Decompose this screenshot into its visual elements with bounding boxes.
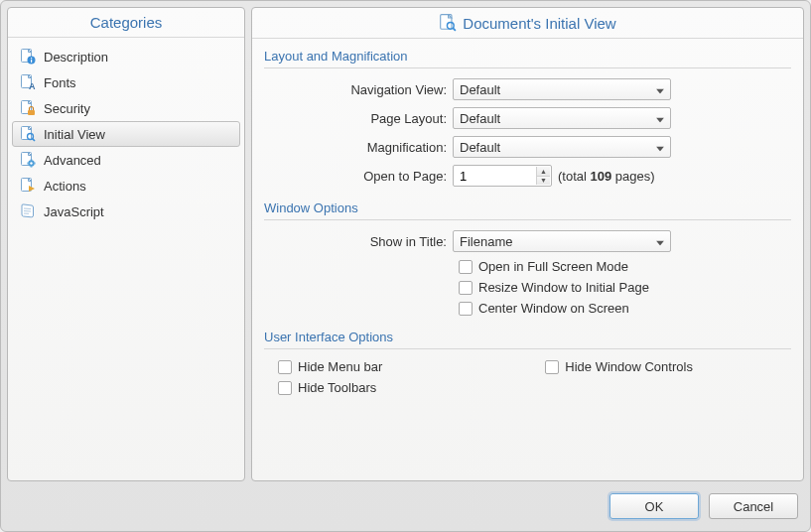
navigation-view-value: Default bbox=[460, 82, 500, 97]
sidebar-item-javascript[interactable]: JavaScript bbox=[12, 199, 240, 224]
navigation-view-label: Navigation View: bbox=[264, 82, 453, 97]
page-gear-icon bbox=[20, 152, 36, 168]
page-layout-label: Page Layout: bbox=[264, 111, 453, 126]
divider bbox=[264, 219, 791, 220]
svg-line-10 bbox=[33, 139, 35, 141]
magnification-value: Default bbox=[460, 140, 500, 155]
svg-line-25 bbox=[454, 28, 457, 31]
center-window-checkbox[interactable] bbox=[459, 302, 473, 316]
content-title-row: Document's Initial View bbox=[252, 8, 803, 39]
sidebar-item-label: Description bbox=[44, 50, 108, 65]
categories-title: Categories bbox=[8, 8, 244, 38]
svg-point-13 bbox=[30, 162, 32, 164]
chevron-down-icon bbox=[656, 82, 664, 97]
sidebar-item-label: Actions bbox=[44, 179, 86, 194]
window-options-title: Window Options bbox=[264, 197, 791, 217]
show-in-title-value: Filename bbox=[460, 234, 512, 249]
open-to-page-spinbox[interactable]: ▲ ▼ bbox=[453, 165, 552, 187]
show-in-title-label: Show in Title: bbox=[264, 234, 453, 249]
full-screen-checkbox[interactable] bbox=[459, 260, 473, 274]
hide-menubar-label: Hide Menu bar bbox=[298, 359, 382, 374]
spin-up-button[interactable]: ▲ bbox=[536, 167, 550, 177]
content-panel: Document's Initial View Layout and Magni… bbox=[251, 7, 804, 481]
spin-down-button[interactable]: ▼ bbox=[536, 177, 550, 186]
full-screen-label: Open in Full Screen Mode bbox=[478, 259, 628, 274]
svg-line-20 bbox=[24, 208, 31, 209]
layout-magnification-title: Layout and Magnification bbox=[264, 45, 791, 66]
categories-list: Description A Fonts bbox=[8, 38, 244, 230]
spin-buttons: ▲ ▼ bbox=[536, 167, 550, 185]
svg-rect-7 bbox=[28, 110, 35, 115]
show-in-title-select[interactable]: Filename bbox=[453, 230, 671, 252]
categories-sidebar: Categories Description bbox=[7, 7, 245, 481]
row-open-to-page: Open to Page: ▲ ▼ (total 109 pages) bbox=[264, 165, 791, 187]
svg-line-21 bbox=[24, 211, 31, 212]
divider bbox=[264, 348, 791, 349]
page-script-icon bbox=[20, 203, 36, 219]
navigation-view-select[interactable]: Default bbox=[453, 78, 671, 100]
page-layout-value: Default bbox=[460, 111, 500, 126]
cancel-button[interactable]: Cancel bbox=[709, 493, 798, 519]
svg-text:A: A bbox=[29, 81, 36, 91]
open-to-page-input[interactable] bbox=[460, 169, 533, 184]
ui-options-grid: Hide Menu bar Hide Toolbars Hide Window … bbox=[264, 359, 791, 401]
row-hide-menubar: Hide Menu bar bbox=[278, 359, 382, 374]
page-layout-select[interactable]: Default bbox=[453, 107, 671, 129]
row-center-window: Center Window on Screen bbox=[459, 301, 791, 316]
magnification-select[interactable]: Default bbox=[453, 136, 671, 158]
page-view-icon bbox=[439, 14, 457, 32]
ui-options-title: User Interface Options bbox=[264, 326, 791, 346]
hide-toolbars-label: Hide Toolbars bbox=[298, 380, 376, 395]
hide-menubar-checkbox[interactable] bbox=[278, 360, 292, 374]
chevron-down-icon bbox=[656, 140, 664, 155]
chevron-down-icon bbox=[656, 234, 664, 249]
svg-rect-2 bbox=[31, 58, 32, 59]
open-to-page-label: Open to Page: bbox=[264, 169, 453, 184]
sidebar-item-label: Initial View bbox=[44, 127, 105, 142]
sidebar-item-label: Fonts bbox=[44, 75, 76, 90]
row-navigation-view: Navigation View: Default bbox=[264, 78, 791, 100]
resize-window-checkbox[interactable] bbox=[459, 281, 473, 295]
page-view-icon bbox=[20, 126, 36, 142]
document-properties-dialog: Categories Description bbox=[0, 0, 811, 532]
sidebar-item-label: Security bbox=[44, 101, 90, 116]
resize-window-label: Resize Window to Initial Page bbox=[478, 280, 649, 295]
sidebar-item-label: JavaScript bbox=[44, 204, 104, 219]
chevron-down-icon bbox=[656, 111, 664, 126]
sidebar-item-security[interactable]: Security bbox=[12, 95, 240, 121]
row-resize-window: Resize Window to Initial Page bbox=[459, 280, 791, 295]
row-hide-toolbars: Hide Toolbars bbox=[278, 380, 382, 395]
page-info-icon bbox=[20, 49, 36, 65]
center-window-label: Center Window on Screen bbox=[478, 301, 629, 316]
divider bbox=[264, 67, 791, 68]
row-magnification: Magnification: Default bbox=[264, 136, 791, 158]
sidebar-item-advanced[interactable]: Advanced bbox=[12, 147, 240, 173]
total-pages-text: (total 109 pages) bbox=[558, 169, 655, 184]
sidebar-item-actions[interactable]: Actions bbox=[12, 173, 240, 199]
hide-window-controls-checkbox[interactable] bbox=[545, 360, 559, 374]
hide-window-controls-label: Hide Window Controls bbox=[565, 359, 693, 374]
row-show-in-title: Show in Title: Filename bbox=[264, 230, 791, 252]
sidebar-item-description[interactable]: Description bbox=[12, 44, 240, 69]
main-area: Categories Description bbox=[7, 7, 804, 481]
row-page-layout: Page Layout: Default bbox=[264, 107, 791, 129]
sidebar-item-label: Advanced bbox=[44, 153, 101, 168]
sidebar-item-initial-view[interactable]: Initial View bbox=[12, 121, 240, 147]
svg-rect-3 bbox=[31, 60, 32, 63]
magnification-label: Magnification: bbox=[264, 140, 453, 155]
content-body: Layout and Magnification Navigation View… bbox=[252, 39, 803, 480]
page-font-icon: A bbox=[20, 74, 36, 90]
ok-button[interactable]: OK bbox=[609, 493, 699, 519]
page-lock-icon bbox=[20, 100, 36, 116]
content-title: Document's Initial View bbox=[463, 15, 615, 32]
row-full-screen: Open in Full Screen Mode bbox=[459, 259, 791, 274]
dialog-footer: OK Cancel bbox=[7, 481, 804, 525]
row-hide-window-controls: Hide Window Controls bbox=[545, 359, 693, 374]
hide-toolbars-checkbox[interactable] bbox=[278, 381, 292, 395]
page-action-icon bbox=[20, 178, 36, 194]
sidebar-item-fonts[interactable]: A Fonts bbox=[12, 69, 240, 95]
